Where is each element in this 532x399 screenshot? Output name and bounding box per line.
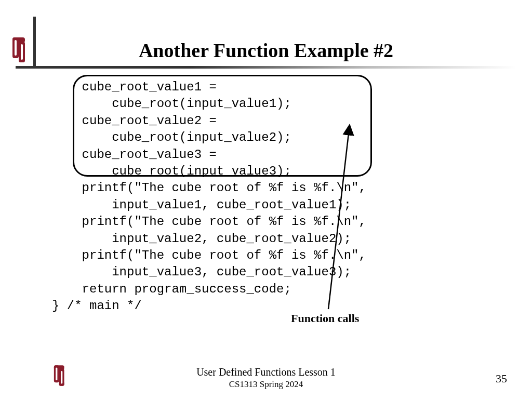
code-line: return program_success_code;	[52, 282, 291, 296]
code-line: printf("The cube root of %f is %f.\n",	[52, 248, 366, 262]
code-line: input_value2, cube_root_value2);	[52, 232, 351, 246]
footer-course: CS1313 Spring 2024	[0, 379, 532, 390]
slide-title: Another Function Example #2	[0, 39, 532, 62]
code-line: } /* main */	[52, 299, 142, 313]
code-line: printf("The cube root of %f is %f.\n",	[52, 215, 366, 229]
code-line: input_value3, cube_root_value3);	[52, 265, 351, 279]
page-number: 35	[496, 372, 507, 385]
footer-lesson: User Defined Functions Lesson 1	[0, 366, 532, 378]
title-horizontal-rule	[16, 66, 516, 69]
annotation-label: Function calls	[291, 312, 359, 325]
code-line: printf("The cube root of %f is %f.\n",	[52, 181, 366, 195]
highlight-box	[73, 75, 372, 177]
code-line: input_value1, cube_root_value1);	[52, 198, 351, 212]
